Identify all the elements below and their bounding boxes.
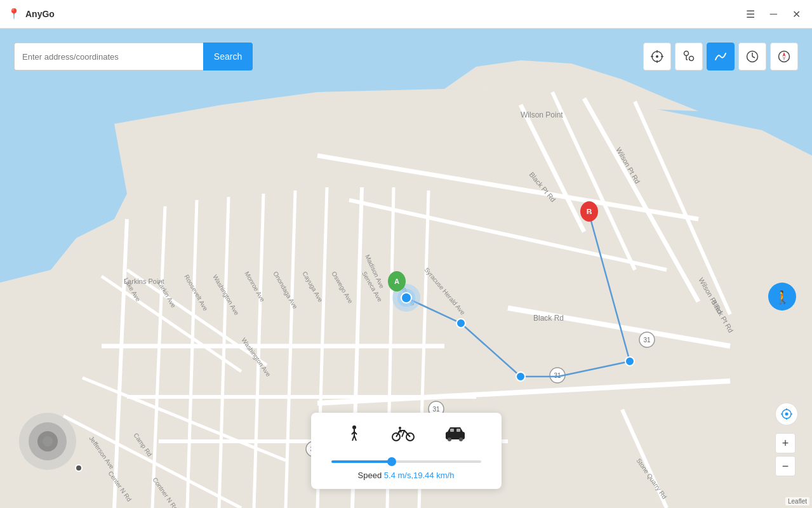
svg-point-65: [401, 293, 411, 303]
close-button[interactable]: ✕: [789, 7, 804, 22]
history-button[interactable]: [738, 43, 766, 70]
svg-point-83: [684, 51, 689, 56]
svg-point-110: [459, 438, 463, 441]
joystick-icon: [36, 430, 59, 453]
leaflet-credit: Leaflet: [785, 497, 809, 505]
walking-figure-inner: [29, 422, 67, 460]
bike-icon[interactable]: [387, 423, 420, 448]
svg-rect-107: [450, 429, 454, 432]
walk-icon[interactable]: [340, 423, 368, 448]
locate-icon: [780, 408, 793, 420]
bicycle-icon: [392, 424, 415, 442]
svg-text:Black Rd: Black Rd: [533, 314, 564, 323]
route-button[interactable]: [675, 43, 703, 70]
svg-point-116: [785, 413, 789, 416]
route-icon: [682, 50, 696, 64]
toolbar: [643, 43, 798, 70]
titlebar-left: 📍 AnyGo: [8, 8, 55, 20]
search-button[interactable]: Search: [203, 43, 253, 70]
pedestrian-icon: [345, 424, 363, 442]
walking-dot: [75, 464, 83, 472]
svg-line-89: [752, 57, 755, 58]
app-title: AnyGo: [25, 9, 55, 19]
svg-point-103: [399, 427, 401, 429]
app-icon: 📍: [8, 8, 20, 20]
walking-figure: [19, 413, 76, 470]
svg-point-109: [448, 438, 451, 441]
compass-button[interactable]: [770, 43, 798, 70]
svg-rect-108: [456, 429, 460, 432]
locate-button[interactable]: [775, 403, 798, 425]
svg-marker-91: [783, 52, 786, 57]
speed-slider-container: [331, 454, 481, 465]
transport-icons: [331, 423, 481, 448]
crosshair-icon: [650, 50, 664, 64]
svg-point-94: [43, 436, 53, 446]
car-icon[interactable]: [439, 423, 472, 448]
svg-point-95: [352, 425, 356, 429]
svg-text:Larkins Point: Larkins Point: [124, 277, 164, 285]
speed-label: Speed: [358, 471, 384, 480]
multi-route-icon: [714, 50, 728, 64]
svg-line-100: [354, 436, 356, 441]
compass-icon: [777, 50, 791, 64]
search-bar: Search: [14, 43, 253, 70]
zoom-in-button[interactable]: +: [775, 433, 795, 453]
speed-text: Speed 5.4 m/s,19.44 km/h: [331, 471, 481, 480]
titlebar-controls: ☰ ─ ✕: [742, 7, 804, 22]
crosshair-button[interactable]: [643, 43, 671, 70]
speed-panel: Speed 5.4 m/s,19.44 km/h: [311, 413, 502, 489]
speed-value: 5.4 m/s,19.44 km/h: [384, 471, 455, 480]
menu-button[interactable]: ☰: [742, 7, 759, 22]
svg-text:🚶: 🚶: [775, 290, 790, 305]
svg-point-66: [456, 319, 465, 328]
map-area: Black Pt Rd Wilson Pt Rd Wilson Point Bl…: [0, 29, 812, 508]
svg-point-82: [656, 55, 658, 58]
svg-text:31: 31: [432, 406, 440, 413]
car-svg-icon: [444, 424, 467, 442]
svg-text:31: 31: [643, 337, 651, 344]
titlebar: 📍 AnyGo ☰ ─ ✕: [0, 0, 812, 29]
zoom-out-button[interactable]: −: [775, 456, 795, 476]
svg-marker-92: [783, 57, 786, 61]
minimize-button[interactable]: ─: [766, 7, 781, 21]
search-input[interactable]: [14, 43, 203, 70]
zoom-controls: + −: [775, 403, 798, 476]
multi-route-button[interactable]: [707, 43, 735, 70]
svg-point-68: [625, 357, 634, 366]
svg-text:Wilson Point: Wilson Point: [521, 110, 563, 119]
svg-point-67: [516, 372, 525, 381]
history-icon: [745, 50, 759, 64]
speed-slider[interactable]: [331, 460, 481, 463]
